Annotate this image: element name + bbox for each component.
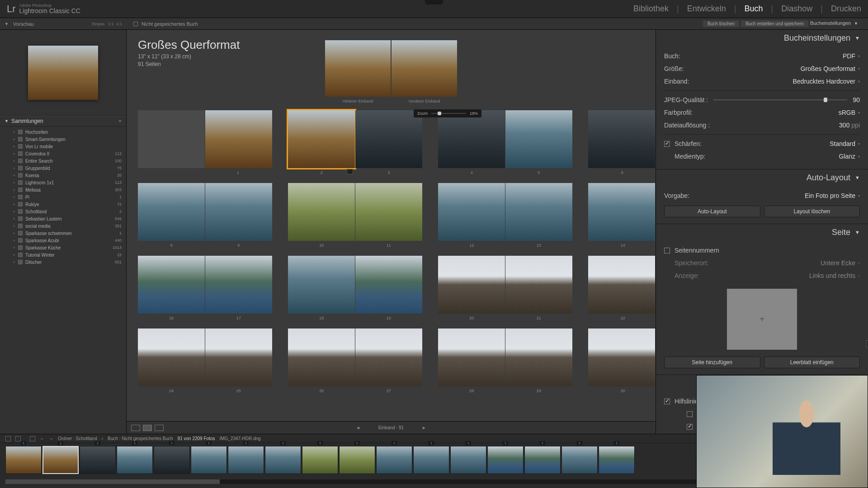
book-page[interactable] [288, 256, 355, 314]
collection-item[interactable]: ▸Sebastian Lastern546 [0, 215, 126, 222]
page-spread[interactable]: 22 [588, 256, 656, 320]
filmstrip-thumb[interactable] [524, 446, 561, 474]
filmstrip-thumb[interactable] [154, 446, 190, 474]
module-library[interactable]: Bibliothek [633, 4, 669, 14]
jpeg-slider[interactable] [713, 99, 847, 100]
book-type-value[interactable]: PDF [843, 52, 855, 60]
pagenumbers-checkbox[interactable] [664, 248, 670, 253]
page-spread[interactable]: 2829 [438, 328, 572, 393]
collection-item[interactable]: ▸Dilscher551 [0, 258, 126, 266]
top-notch-icon[interactable] [425, 0, 443, 5]
filmstrip-thumb[interactable] [42, 446, 79, 474]
autolayout-button[interactable]: Auto-Layout [664, 206, 760, 217]
filmstrip-thumb[interactable] [561, 446, 598, 474]
collection-item[interactable]: ▸Schottland2 [0, 208, 126, 215]
second-window-icon[interactable] [15, 436, 21, 441]
filmstrip-thumb[interactable] [265, 446, 301, 474]
preview-thumbnail[interactable] [28, 46, 98, 100]
module-print[interactable]: Drucken [831, 4, 861, 14]
book-page[interactable] [355, 328, 422, 386]
book-page[interactable] [138, 256, 205, 314]
single-view-icon[interactable] [155, 425, 164, 431]
zoom-slider[interactable] [431, 113, 466, 114]
page-spread[interactable]: 1 [138, 110, 272, 175]
filmstrip-thumb[interactable] [5, 446, 42, 474]
book-page-selected[interactable] [288, 110, 355, 168]
book-page[interactable] [355, 110, 422, 168]
filmstrip-thumb[interactable] [450, 446, 486, 474]
folder-path[interactable]: Ordner : Schottland [58, 436, 97, 441]
collection-item[interactable]: ▸Sparkasse Küche1014 [0, 244, 126, 251]
collection-item[interactable]: ▸Tutorial Winter22 [0, 251, 126, 258]
jpeg-value[interactable]: 90 [853, 96, 860, 103]
create-book-button[interactable]: Buch erstellen und speichern [741, 20, 808, 27]
book-page[interactable] [505, 110, 572, 168]
front-cover[interactable]: Vorderer Einband [392, 40, 457, 103]
collection-item[interactable]: ▸Melissa303 [0, 186, 126, 193]
opt1-checkbox[interactable] [687, 411, 693, 417]
book-page[interactable] [588, 183, 655, 241]
filmstrip-thumb[interactable] [487, 446, 524, 474]
chevron-down-icon[interactable]: ▼ [854, 21, 858, 26]
page-spread[interactable]: 2627 [288, 328, 422, 393]
autolayout-header[interactable]: Auto-Layout▼ [656, 169, 868, 186]
book-page[interactable] [205, 183, 272, 241]
module-book[interactable]: Buch [745, 4, 763, 14]
add-page-button[interactable]: Seite hinzufügen [664, 357, 760, 368]
size-value[interactable]: Großes Querformat [801, 65, 855, 72]
clear-book-button[interactable]: Buch löschen [703, 20, 739, 27]
book-page[interactable] [205, 110, 272, 168]
profile-value[interactable]: sRGB [839, 109, 855, 116]
page-spread[interactable]: 1011 [288, 183, 422, 248]
filmstrip-thumb[interactable] [80, 446, 116, 474]
collection-item[interactable]: ▸Entire Search100 [0, 157, 126, 164]
book-page[interactable] [205, 328, 272, 386]
collection-item[interactable]: ▸Von Lr mobile [0, 143, 126, 150]
filmstrip-thumb[interactable] [376, 446, 412, 474]
page-spread[interactable]: 1819 [288, 256, 422, 320]
add-collection-button[interactable]: + [118, 118, 122, 124]
media-value[interactable]: Glanz [839, 153, 855, 160]
prev-page-button[interactable]: ◄ [356, 425, 360, 430]
collection-item[interactable]: ▸Pi1 [0, 193, 126, 201]
collection-item[interactable]: ▸Sparkasse schwimmen1 [0, 230, 126, 237]
sharpen-checkbox[interactable] [664, 141, 670, 147]
page-header[interactable]: Seite▼ [656, 224, 868, 240]
page-template[interactable]: + [727, 289, 797, 350]
book-page[interactable] [438, 328, 505, 386]
book-page[interactable] [138, 328, 205, 386]
page-spread[interactable]: 1213 [438, 183, 572, 248]
collection-item[interactable]: ▸Rukiye72 [0, 201, 126, 208]
fit-option[interactable]: Einpas. [92, 22, 105, 26]
ratio-4-1[interactable]: 4:1 [116, 22, 122, 26]
book-page[interactable] [288, 183, 355, 241]
preset-value[interactable]: Ein Foto pro Seite [805, 192, 855, 199]
book-page[interactable] [438, 183, 505, 241]
opt2-checkbox[interactable] [687, 424, 693, 430]
book-page[interactable] [505, 183, 572, 241]
collection-item[interactable]: ▸Gruppenbild75 [0, 164, 126, 172]
grid-icon[interactable] [30, 436, 35, 441]
module-develop[interactable]: Entwickeln [687, 4, 726, 14]
book-page[interactable] [355, 183, 422, 241]
back-cover[interactable]: Hinterer Einband [325, 40, 391, 103]
filmstrip-thumb[interactable] [339, 446, 375, 474]
next-page-button[interactable]: ► [422, 425, 426, 430]
blank-page[interactable] [138, 110, 205, 168]
collections-header[interactable]: ▼ Sammlungen + [0, 116, 126, 127]
filmstrip-thumb[interactable] [413, 446, 449, 474]
collection-item[interactable]: ▸Hochzeiten [0, 128, 126, 136]
collection-item[interactable]: ▸social media391 [0, 222, 126, 230]
sharpen-value[interactable]: Standard [830, 140, 855, 147]
book-page[interactable] [588, 110, 655, 168]
cover-value[interactable]: Bedrucktes Hardcover [793, 78, 855, 85]
resolution-value[interactable]: 300 [839, 122, 849, 129]
book-page[interactable] [288, 328, 355, 386]
book-path[interactable]: Buch : Nicht gespeichertes Buch [108, 436, 173, 441]
filmstrip-thumb[interactable] [228, 446, 264, 474]
page-spread[interactable]: 45 [438, 110, 572, 175]
book-page[interactable] [355, 256, 422, 314]
collection-item[interactable]: ▸Sparkasse Azubi440 [0, 237, 126, 244]
filmstrip-thumb[interactable] [599, 446, 635, 474]
filmstrip-thumb[interactable] [191, 446, 227, 474]
